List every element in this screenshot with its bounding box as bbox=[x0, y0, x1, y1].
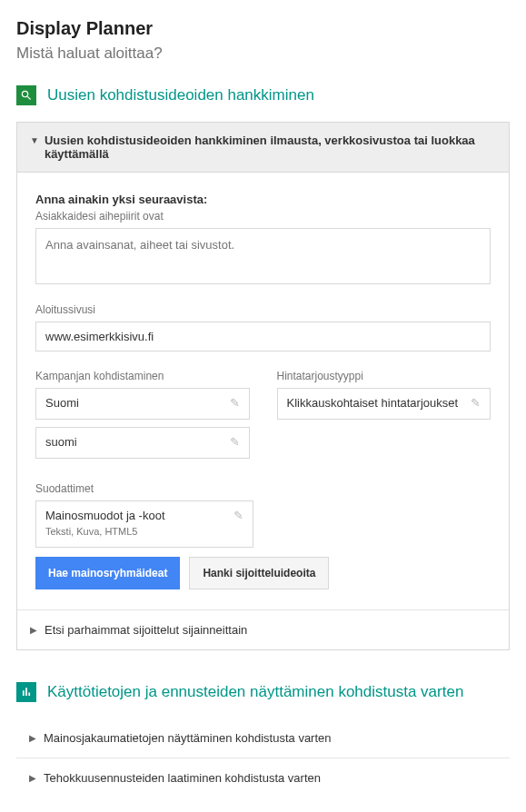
expand-inventory-label: Mainosjakaumatietojen näyttäminen kohdis… bbox=[44, 731, 332, 745]
targeting-lang-value: suomi bbox=[45, 435, 77, 451]
filters-label: Suodattimet bbox=[35, 482, 491, 495]
panel-header-label: Uusien kohdistusideoiden hankkiminen ilm… bbox=[45, 134, 496, 161]
section-header-ideas: Uusien kohdistusideoiden hankkiminen bbox=[16, 85, 510, 105]
bid-value: Klikkauskohtaiset hintatarjoukset bbox=[287, 396, 459, 411]
chevron-down-icon: ▼ bbox=[30, 135, 39, 145]
get-placement-ideas-button[interactable]: Hanki sijoitteluideoita bbox=[189, 557, 329, 589]
pencil-icon: ✎ bbox=[471, 396, 481, 410]
chevron-right-icon: ▶ bbox=[30, 625, 37, 635]
pencil-icon: ✎ bbox=[230, 435, 240, 449]
targeting-country-selector[interactable]: Suomi ✎ bbox=[35, 388, 250, 420]
section-title-forecasts: Käyttötietojen ja ennusteiden näyttämine… bbox=[47, 682, 463, 702]
targeting-lang-selector[interactable]: suomi ✎ bbox=[35, 427, 250, 459]
filters-sub: Teksti, Kuva, HTML5 bbox=[45, 526, 137, 537]
filters-selector[interactable]: Mainosmuodot ja -koot Teksti, Kuva, HTML… bbox=[35, 500, 253, 548]
chevron-right-icon: ▶ bbox=[29, 733, 36, 743]
targeting-country-value: Suomi bbox=[45, 396, 79, 411]
instruction-label: Anna ainakin yksi seuraavista: bbox=[35, 193, 491, 206]
pencil-icon: ✎ bbox=[230, 396, 240, 410]
landing-label: Aloitussivusi bbox=[35, 303, 491, 316]
bid-label: Hintatarjoustyyppi bbox=[277, 370, 491, 382]
topics-label: Asiakkaidesi aihepiirit ovat bbox=[35, 210, 491, 223]
section-header-forecasts: Käyttötietojen ja ennusteiden näyttämine… bbox=[16, 682, 510, 702]
page-subtitle: Mistä haluat aloittaa? bbox=[16, 45, 510, 63]
expand-placements-label: Etsi parhaimmat sijoittelut sijainneitta… bbox=[45, 623, 247, 637]
panel-ideas: ▼ Uusien kohdistusideoiden hankkiminen i… bbox=[16, 122, 510, 650]
get-adgroup-ideas-button[interactable]: Hae mainosryhmäideat bbox=[35, 557, 180, 589]
filters-title: Mainosmuodot ja -koot bbox=[45, 509, 165, 522]
page-title: Display Planner bbox=[16, 18, 510, 39]
expand-placements[interactable]: ▶ Etsi parhaimmat sijoittelut sijainneit… bbox=[17, 609, 509, 649]
bid-selector[interactable]: Klikkauskohtaiset hintatarjoukset ✎ bbox=[277, 388, 491, 420]
forecasts-panel: ▶ Mainosjakaumatietojen näyttäminen kohd… bbox=[16, 718, 510, 797]
panel-body: Anna ainakin yksi seuraavista: Asiakkaid… bbox=[17, 173, 509, 609]
pencil-icon: ✎ bbox=[233, 509, 243, 522]
chart-icon bbox=[16, 682, 36, 702]
landing-input[interactable] bbox=[35, 322, 491, 352]
search-icon bbox=[16, 85, 36, 105]
expand-performance-label: Tehokkuusennusteiden laatiminen kohdistu… bbox=[44, 771, 321, 785]
expand-inventory[interactable]: ▶ Mainosjakaumatietojen näyttäminen kohd… bbox=[16, 718, 510, 758]
section-title-ideas: Uusien kohdistusideoiden hankkiminen bbox=[47, 85, 314, 105]
panel-header-ideas[interactable]: ▼ Uusien kohdistusideoiden hankkiminen i… bbox=[17, 123, 509, 173]
chevron-right-icon: ▶ bbox=[29, 773, 36, 783]
targeting-label: Kampanjan kohdistaminen bbox=[35, 370, 250, 382]
topics-input[interactable] bbox=[35, 228, 491, 284]
expand-performance[interactable]: ▶ Tehokkuusennusteiden laatiminen kohdis… bbox=[16, 758, 510, 797]
